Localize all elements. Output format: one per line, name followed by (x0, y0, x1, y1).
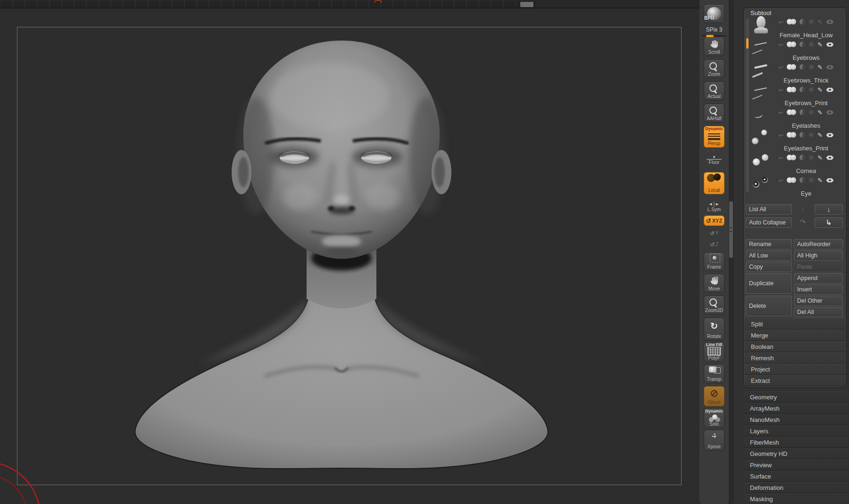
boolean-intersect-icon[interactable] (808, 132, 814, 138)
move-subtool-down-button[interactable]: ↳ (815, 217, 843, 228)
polypaint-icon[interactable] (817, 131, 823, 139)
merge-down-icon[interactable] (779, 131, 783, 139)
boolean-intersect-icon[interactable] (808, 87, 814, 92)
section-layers[interactable]: Layers (743, 425, 849, 437)
bust-shoulders[interactable] (135, 282, 548, 469)
tool-button-frame[interactable]: Frame (704, 252, 724, 271)
copy-button[interactable]: Copy (746, 262, 792, 272)
section-boolean[interactable]: Boolean (744, 341, 845, 352)
subtool-item-eye[interactable]: Eye (749, 172, 844, 195)
boolean-subtract-icon[interactable] (799, 155, 805, 160)
insert-button[interactable]: Insert (794, 284, 843, 295)
merge-down-icon[interactable] (779, 176, 783, 184)
tool-button-floor[interactable]: Floor (704, 155, 724, 166)
tool-button-local[interactable]: Local (704, 172, 724, 194)
polypaint-icon[interactable] (817, 40, 823, 49)
merge-down-icon[interactable] (779, 153, 783, 162)
collapsed-menu-tabs[interactable] (1, 1, 536, 8)
visibility-eye-icon[interactable] (826, 42, 834, 47)
section-surface[interactable]: Surface (743, 471, 849, 482)
section-preview[interactable]: Preview (743, 459, 849, 471)
selected-subtool-indicator[interactable] (746, 38, 749, 49)
boolean-subtract-icon[interactable] (799, 19, 805, 25)
del-all-button[interactable]: Del All (794, 307, 843, 317)
visibility-eye-icon[interactable] (826, 178, 834, 183)
tool-button-xpose[interactable]: Xpose (704, 430, 724, 451)
visibility-eye-icon[interactable] (826, 132, 834, 138)
subtool-item-cornea[interactable]: Cornea (749, 149, 844, 172)
boolean-union-icon[interactable] (787, 64, 796, 70)
section-arraymesh[interactable]: ArrayMesh (743, 403, 849, 414)
boolean-union-icon[interactable] (787, 132, 796, 138)
boolean-intersect-icon[interactable] (808, 177, 814, 183)
tool-button-move[interactable]: Move (704, 274, 724, 293)
tool-button-xyz[interactable]: XYZ (704, 215, 724, 226)
tool-button-z[interactable]: Z (704, 240, 724, 250)
tool-button-polyf[interactable]: Line FillPolyF (704, 342, 724, 362)
boolean-subtract-icon[interactable] (799, 109, 805, 115)
polypaint-icon[interactable] (817, 63, 823, 71)
tool-button-l-sym[interactable]: L.Sym (704, 201, 724, 214)
boolean-subtract-icon[interactable] (799, 64, 805, 70)
boolean-subtract-icon[interactable] (799, 132, 805, 138)
section-nanomesh[interactable]: NanoMesh (743, 414, 849, 425)
section-masking[interactable]: Masking (743, 493, 849, 504)
polypaint-icon[interactable] (817, 17, 823, 26)
polypaint-icon[interactable] (817, 176, 823, 184)
tool-button-zoom[interactable]: Zoom (704, 59, 724, 78)
autoreorder-button[interactable]: AutoReorder (794, 239, 843, 249)
boolean-union-icon[interactable] (787, 177, 796, 183)
spix-slider[interactable]: SPix 3 (699, 25, 729, 37)
move-subtool-up-button[interactable]: ↷ (794, 217, 812, 228)
boolean-union-icon[interactable] (787, 155, 796, 160)
duplicate-button[interactable]: Duplicate (746, 273, 792, 294)
tool-button-rotate[interactable]: Rotate (704, 318, 724, 340)
tool-button-solo[interactable]: DynamicSolo (704, 408, 724, 428)
tool-button-scroll[interactable]: Scroll (704, 37, 724, 56)
visibility-eye-icon[interactable] (826, 65, 834, 70)
visibility-eye-icon[interactable] (826, 87, 834, 92)
section-geometry[interactable]: Geometry (743, 391, 849, 403)
delete-button[interactable]: Delete (746, 296, 792, 316)
document-viewport[interactable] (0, 8, 699, 504)
visibility-eye-icon[interactable] (826, 155, 834, 160)
boolean-intersect-icon[interactable] (808, 64, 814, 70)
merge-down-icon[interactable] (779, 17, 783, 26)
rename-button[interactable]: Rename (746, 239, 792, 249)
section-merge[interactable]: Merge (744, 330, 845, 341)
tool-button-aahalf[interactable]: AAHalf (704, 104, 724, 123)
menu-scroll-indicator[interactable] (520, 2, 533, 7)
tray-divider-handle[interactable]: ▸ ▸ (729, 201, 733, 258)
section-project[interactable]: Project (744, 364, 845, 375)
section-deformation[interactable]: Deformation (743, 482, 849, 493)
boolean-union-icon[interactable] (787, 19, 796, 25)
boolean-intersect-icon[interactable] (808, 155, 814, 160)
section-fibermesh[interactable]: FiberMesh (743, 437, 849, 448)
boolean-subtract-icon[interactable] (799, 41, 805, 47)
visibility-eye-icon[interactable] (826, 19, 834, 25)
visibility-eye-icon[interactable] (826, 110, 834, 115)
boolean-union-icon[interactable] (787, 41, 796, 47)
section-remesh[interactable]: Remesh (744, 352, 845, 364)
boolean-subtract-icon[interactable] (799, 87, 805, 92)
all-high-button[interactable]: All High (794, 250, 843, 261)
polypaint-icon[interactable] (817, 108, 823, 116)
subtool-item-eyebrows_print[interactable]: Eyebrows_Print (749, 82, 844, 104)
append-button[interactable]: Append (794, 273, 843, 283)
tool-button-actual[interactable]: Actual (704, 82, 724, 100)
boolean-union-icon[interactable] (787, 109, 796, 115)
tool-button-ghost[interactable]: Ghost (704, 386, 724, 406)
list-all-button[interactable]: List All (746, 204, 792, 215)
subtool-item-eyebrows[interactable]: Eyebrows (749, 36, 844, 59)
merge-down-icon[interactable] (779, 40, 783, 49)
subtool-item-eyelashes[interactable]: Eyelashes (749, 104, 844, 127)
sculpt-model-female-bust[interactable] (0, 8, 699, 504)
tool-button-bpr[interactable]: BPR (704, 4, 724, 23)
select-prev-subtool-button[interactable]: ↑ (794, 204, 812, 215)
tool-button-zoom3d[interactable]: Zoom3D (704, 296, 724, 314)
boolean-intersect-icon[interactable] (808, 41, 814, 47)
tool-button-transp[interactable]: Transp (704, 364, 724, 383)
subtool-item-eyebrows_thick[interactable]: Eyebrows_Thick (749, 59, 844, 82)
auto-collapse-button[interactable]: Auto Collapse (746, 217, 792, 228)
section-geometry-hd[interactable]: Geometry HD (743, 448, 849, 459)
